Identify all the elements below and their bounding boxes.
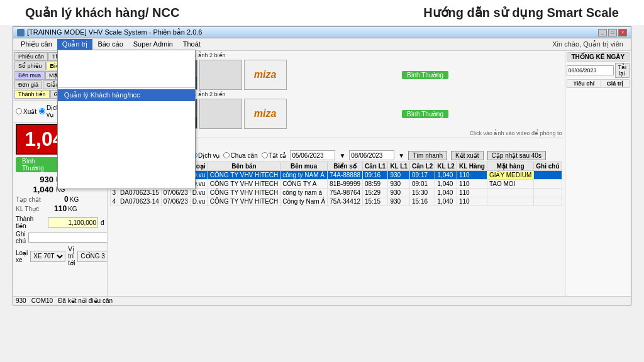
page-title-right: Hướng dẫn sử dụng Smart Scale <box>423 5 619 20</box>
weight-status: 930 <box>16 297 26 304</box>
cam1-img3[interactable] <box>199 60 242 90</box>
tab-ben-mua[interactable]: Bên mua <box>14 71 45 80</box>
kl-thuc-value: 110 <box>42 204 67 213</box>
menu-quan-ly-xe[interactable]: Quản lý xe <box>58 157 195 169</box>
col-ben-mua: Bên mua <box>280 162 328 171</box>
status-bar: 930 COM10 Đã kết nối điều cân <box>13 296 631 305</box>
col-kl-l1: KL L1 <box>388 162 410 171</box>
stats-date-input[interactable] <box>567 65 614 75</box>
menu-thoat[interactable]: Thoát <box>178 39 206 50</box>
menu-thiet-lap-camera[interactable]: Thiết lập Camera <box>58 74 195 86</box>
radio-xuat[interactable]: Xuất <box>16 108 36 115</box>
menu-quan-tri[interactable]: Quản trị Quản lý người dùng Thiết lập đơ… <box>57 39 93 50</box>
ghi-chu-label: Ghi chú <box>16 231 26 244</box>
cam2-img4[interactable]: miza <box>244 99 287 129</box>
thanh-tien-label: Thành tiền <box>16 216 45 229</box>
menu-quan-ly-loai-xe[interactable]: Quản lý loại xe <box>58 133 195 145</box>
tim-nhanh-button[interactable]: Tìm nhanh <box>408 151 447 160</box>
radio-tat-ca[interactable]: Tất cả <box>262 152 287 159</box>
vi-tri-toi-label: Vị trí tới <box>68 246 75 266</box>
greeting-text: Xin chào, Quản trị viên <box>547 39 628 50</box>
ket-xuat-button[interactable]: Kết xuất <box>451 151 484 160</box>
cap-nhat-button[interactable]: Cập nhật sau 40s <box>487 151 546 160</box>
table-row[interactable]: 3DA070623-1507/06/23D.vuCÔNG TY VHV HITE… <box>110 189 562 197</box>
date-to-input[interactable] <box>349 150 394 160</box>
thanh-tien-input[interactable] <box>48 217 98 228</box>
com-status: COM10 <box>31 297 53 304</box>
col-can-l2: Cân L2 <box>409 162 435 171</box>
tab-phieu-can[interactable]: Phiếu cân <box>14 52 48 61</box>
weight-l2-value: 1,040 <box>16 185 53 194</box>
window-icon <box>17 29 25 36</box>
minimize-button[interactable]: _ <box>598 29 607 36</box>
col-can-l1: Cân L1 <box>363 162 388 171</box>
menu-thiet-lap-don-gia[interactable]: Thiết lập đơn giá <box>58 62 195 74</box>
tap-chat-value: 0 <box>43 195 69 204</box>
col-ben-ban: Bên bán <box>208 162 280 171</box>
tab-so-phieu[interactable]: Sổ phiếu <box>14 62 46 70</box>
cam1-img4[interactable]: miza <box>244 60 287 90</box>
loai-xe-select[interactable]: XE 70T <box>30 251 65 262</box>
menu-quan-ly-nguoi-dung[interactable]: Quản lý người dùng <box>58 50 195 62</box>
page-title-left: Quản lý khách hàng/ NCC <box>25 5 179 20</box>
col-ghi-chu: Ghi chú <box>534 162 562 171</box>
menu-bao-cao[interactable]: Báo cáo <box>92 39 128 50</box>
status-badge-cam1: Bình Thường <box>402 71 448 79</box>
loai-xe-label: Loại xe <box>16 250 28 263</box>
vi-tri-toi-select[interactable]: CỔNG 3 <box>77 251 107 262</box>
col-kl-hang: KL Hàng <box>457 162 487 171</box>
date-from-input[interactable] <box>290 150 335 160</box>
status-badge-cam2: Bình Thường <box>402 110 448 118</box>
menu-phieu-can[interactable]: Phiếu cân <box>16 39 57 50</box>
radio-chua-can[interactable]: Chưa cân <box>223 152 257 159</box>
close-button[interactable]: × <box>618 29 627 36</box>
tab-thanh-tien[interactable]: Thành tiền <box>14 90 50 99</box>
connection-status: Đã kết nối điều cân <box>58 297 113 304</box>
stats-table: Tiêu chí Giá trị <box>567 79 630 88</box>
ghi-chu-input[interactable] <box>28 233 107 243</box>
menu-dieu-khien-bang-led[interactable]: Điều khiển bảng LED <box>58 121 195 133</box>
stats-panel: THỐNG KÊ NGÀY Tải lại Tiêu chí Giá trị <box>565 51 631 296</box>
stats-col-gia-tri: Giá trị <box>601 80 630 88</box>
menu-quan-ly-danh-muc-nguyen-nhan[interactable]: Quản lý Danh mục nguyên nhân giải trình <box>58 169 195 189</box>
weight-l1-value: 930 <box>16 175 53 184</box>
quanTri-dropdown: Quản lý người dùng Thiết lập đơn giá Thi… <box>57 50 196 189</box>
table-row[interactable]: 4DA070623-1407/06/23D.vuCÔNG TY VHV HITE… <box>110 197 562 206</box>
window-title: [TRAINING MODE] VHV Scale System - Phiên… <box>27 28 202 36</box>
menu-quan-ly-mau-phieu-can[interactable]: Quản lý mẫu phiếu cân <box>58 145 195 157</box>
tab-don-gia[interactable]: Đơn giá <box>14 80 42 89</box>
menu-super-admin[interactable]: Super Admin <box>128 39 178 50</box>
col-kl-l2: KL L2 <box>435 162 457 171</box>
stats-col-tieu-chi: Tiêu chí <box>567 80 601 88</box>
menubar: Phiếu cân Quản trị Quản lý người dùng Th… <box>13 38 631 51</box>
title-bar: [TRAINING MODE] VHV Scale System - Phiên… <box>13 27 631 38</box>
maximize-button[interactable]: □ <box>608 29 617 36</box>
tai-lai-button[interactable]: Tải lại <box>615 63 630 78</box>
main-window: [TRAINING MODE] VHV Scale System - Phiên… <box>13 26 631 305</box>
col-mat-hang: Mặt hàng <box>487 162 533 171</box>
cam2-img3[interactable] <box>199 99 242 129</box>
menu-quan-ly-khach-hang[interactable]: Quản lý Khách hàng/ncc <box>58 89 195 101</box>
stats-title: THỐNG KÊ NGÀY <box>567 52 630 62</box>
col-bien-so: Biển số <box>328 162 363 171</box>
status-badge-1: Bình Thường <box>16 157 58 172</box>
menu-quan-ly-danh-muc-chat-luong[interactable]: Quản lý Danh mục Chất lượng hàng nhập <box>58 101 195 121</box>
